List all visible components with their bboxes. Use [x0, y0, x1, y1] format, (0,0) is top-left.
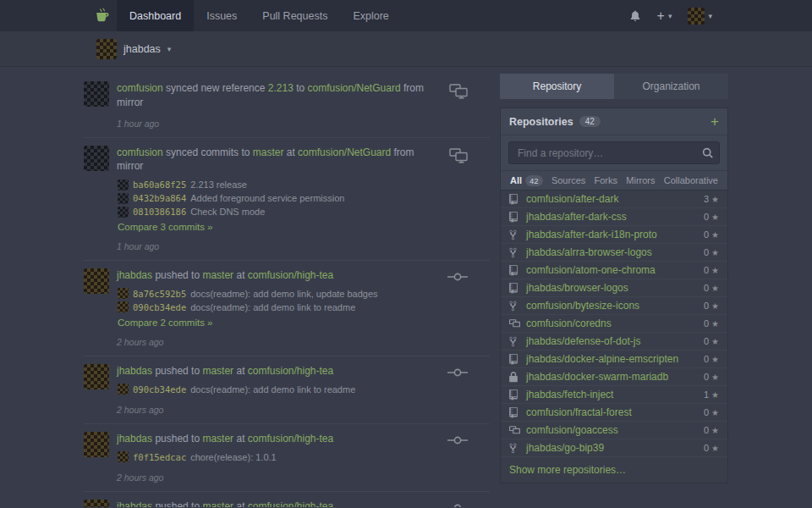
repo-link[interactable]: jhabdas/docker-alpine-emscripten [526, 353, 704, 365]
repo-link[interactable]: comfusion/high-tea [248, 269, 333, 281]
repo-search-input[interactable] [508, 141, 720, 164]
actor-link[interactable]: jhabdas [117, 365, 152, 377]
git-commit-icon [441, 364, 490, 415]
actor-link[interactable]: jhabdas [117, 269, 152, 281]
repo-link[interactable]: comfusion/coredns [526, 318, 704, 329]
actor-avatar [84, 500, 109, 507]
user-menu[interactable]: ▾ [688, 8, 712, 25]
star-count: 1 [704, 389, 709, 400]
commit-sha-link[interactable]: ba60a68f25 [133, 179, 186, 190]
fork-icon [509, 229, 522, 240]
star-icon: ★ [711, 213, 719, 222]
repo-link[interactable]: jhabdas/fetch-inject [526, 389, 704, 400]
repo-link[interactable]: comfusion/goaccess [526, 424, 704, 436]
commit-sha-link[interactable]: f0f15edcac [133, 452, 186, 462]
filter-collaborative[interactable]: Collaborative [664, 175, 718, 185]
tab-repository[interactable]: Repository [500, 74, 614, 99]
repo-link[interactable]: jhabdas/go-bip39 [526, 442, 704, 454]
branch-link[interactable]: master [202, 500, 233, 507]
commit-sha-link[interactable]: 0432b9a864 [133, 193, 186, 203]
repo-row[interactable]: jhabdas/after-dark-css 0 ★ [501, 208, 727, 226]
repo-star-count: 0 ★ [704, 354, 719, 364]
actor-link[interactable]: jhabdas [117, 500, 152, 507]
branch-link[interactable]: master [253, 146, 284, 158]
star-icon: ★ [711, 195, 719, 204]
repo-link[interactable]: comfusion/fractal-forest [526, 406, 704, 418]
repo-link[interactable]: jhabdas/after-dark-css [526, 211, 704, 223]
repo-link[interactable]: jhabdas/browser-logos [526, 282, 704, 294]
filter-sources[interactable]: Sources [551, 175, 585, 185]
commit-sha-link[interactable]: 8a76c592b5 [133, 289, 186, 299]
commit-line: 0810386186 Check DNS mode [118, 205, 442, 218]
branch-link[interactable]: master [202, 269, 233, 281]
star-count: 0 [704, 354, 709, 364]
git-commit-icon [441, 500, 490, 507]
commit-sha-link[interactable]: 090cb34ede [133, 384, 186, 395]
nav-item-pull-requests[interactable]: Pull Requests [250, 0, 340, 31]
feed-item: comfusion synced commits to master at co… [84, 138, 490, 262]
gitea-logo-icon[interactable] [93, 0, 112, 31]
repo-link[interactable]: jhabdas/after-dark-i18n-proto [526, 229, 704, 240]
repo-link[interactable]: comfusion/NetGuard [308, 82, 401, 94]
repo-row[interactable]: comfusion/atom-one-chroma 0 ★ [501, 262, 727, 279]
mirror-icon [509, 426, 522, 435]
repo-row[interactable]: jhabdas/docker-swarm-mariadb 0 ★ [501, 368, 727, 386]
filter-mirrors[interactable]: Mirrors [626, 175, 655, 185]
repo-link[interactable]: jhabdas/docker-swarm-mariadb [526, 371, 704, 383]
repo-star-count: 0 ★ [704, 407, 719, 417]
commit-message: docs(readme): add demo link, update badg… [190, 289, 377, 299]
context-user-name[interactable]: jhabdas [123, 43, 161, 55]
nav-item-issues[interactable]: Issues [194, 0, 250, 31]
feed-timestamp: 1 hour ago [117, 241, 442, 251]
compare-commits-link[interactable]: Compare 2 commits » [118, 318, 212, 328]
compare-commits-link[interactable]: Compare 3 commits » [118, 222, 212, 232]
repo-link[interactable]: jhabdas/defense-of-dot-js [526, 335, 704, 347]
repo-row[interactable]: jhabdas/after-dark-i18n-proto 0 ★ [501, 226, 727, 244]
repo-link[interactable]: comfusion/high-tea [248, 365, 333, 377]
commit-sha-link[interactable]: 090cb34ede [133, 302, 186, 312]
actor-link[interactable]: comfusion [117, 82, 163, 94]
star-icon: ★ [711, 373, 719, 382]
repo-link[interactable]: comfusion/bytesize-icons [526, 300, 704, 312]
repo-row[interactable]: jhabdas/alrra-browser-logos 0 ★ [501, 244, 727, 262]
repo-link[interactable]: comfusion/high-tea [248, 500, 333, 507]
repo-row[interactable]: comfusion/goaccess 0 ★ [501, 422, 727, 439]
new-repository-button[interactable]: + [710, 114, 719, 129]
repo-link[interactable]: comfusion/atom-one-chroma [526, 264, 704, 276]
show-more-repositories-link[interactable]: Show more repositories… [501, 457, 727, 483]
filter-all[interactable]: All42 [510, 175, 543, 186]
fork-icon [509, 336, 522, 347]
commit-sha-link[interactable]: 0810386186 [133, 207, 186, 217]
repo-link[interactable]: comfusion/high-tea [248, 433, 333, 444]
nav-item-explore[interactable]: Explore [340, 0, 401, 31]
repo-link[interactable]: comfusion/NetGuard [298, 146, 391, 158]
nav-item-dashboard[interactable]: Dashboard [117, 0, 194, 31]
star-icon: ★ [711, 444, 719, 453]
repo-row[interactable]: jhabdas/docker-alpine-emscripten 0 ★ [501, 351, 727, 368]
branch-link[interactable]: 2.213 [268, 82, 294, 94]
actor-link[interactable]: jhabdas [117, 433, 152, 444]
repo-row[interactable]: jhabdas/browser-logos 0 ★ [501, 279, 727, 297]
chevron-down-icon[interactable]: ▾ [167, 45, 172, 53]
star-icon: ★ [711, 319, 719, 329]
repo-row[interactable]: comfusion/after-dark 3 ★ [501, 190, 727, 208]
branch-link[interactable]: master [202, 365, 233, 377]
filter-forks[interactable]: Forks [595, 175, 618, 185]
create-new-menu[interactable]: + ▾ [657, 9, 672, 23]
repo-row[interactable]: comfusion/bytesize-icons 0 ★ [501, 297, 727, 315]
repo-row[interactable]: jhabdas/go-bip39 0 ★ [501, 439, 727, 457]
repo-row[interactable]: comfusion/coredns 0 ★ [501, 315, 727, 333]
repo-link[interactable]: comfusion/after-dark [526, 193, 704, 205]
repo-row[interactable]: comfusion/fractal-forest 0 ★ [501, 404, 727, 422]
branch-link[interactable]: master [202, 433, 233, 444]
repo-link[interactable]: jhabdas/alrra-browser-logos [526, 246, 704, 258]
repo-icon [509, 194, 522, 205]
repo-row[interactable]: jhabdas/defense-of-dot-js 0 ★ [501, 333, 727, 351]
star-icon: ★ [711, 355, 719, 364]
actor-link[interactable]: comfusion [117, 146, 163, 158]
tab-organization[interactable]: Organization [614, 74, 728, 99]
notifications-bell-icon[interactable] [629, 9, 641, 22]
feed-item: jhabdas pushed to master at comfusion/hi… [84, 492, 490, 507]
repo-star-count: 0 ★ [704, 283, 719, 293]
repo-row[interactable]: jhabdas/fetch-inject 1 ★ [501, 386, 727, 404]
